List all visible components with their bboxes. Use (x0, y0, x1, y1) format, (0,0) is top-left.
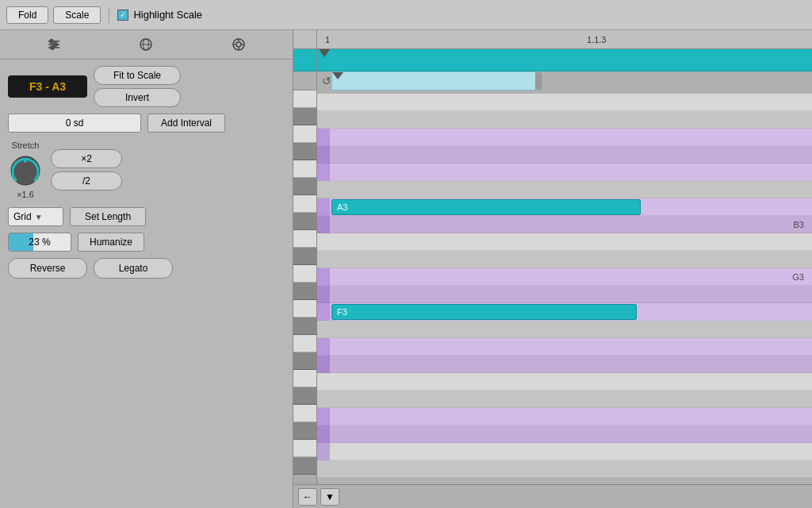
svg-point-5 (51, 46, 55, 50)
note-A3[interactable]: A3 (331, 199, 641, 215)
fit-to-scale-button[interactable]: Fit to Scale (94, 66, 181, 85)
grid-area[interactable]: 1 1.1.3 ↺ (317, 30, 812, 484)
highlight-scale-label: Highlight Scale (133, 9, 202, 21)
purple-strip-row10 (317, 268, 330, 286)
chevron-down-icon: ▼ (35, 213, 43, 221)
roll-row-16 (317, 373, 812, 391)
stretch-value: ×1.6 (17, 190, 34, 199)
piano-key-white (293, 335, 316, 352)
purple-strip-row2 (317, 129, 330, 146)
piano-key-white (293, 160, 316, 178)
sliders-icon (47, 37, 61, 52)
piano-key-rows (293, 90, 316, 484)
roll-row-20 (317, 443, 812, 460)
grid-select[interactable]: Grid ▼ (8, 207, 63, 226)
roll-row-13 (317, 321, 812, 338)
purple-strip-row18 (317, 408, 330, 425)
bottom-bar: ← ▼ (293, 484, 812, 508)
note-A3-label: A3 (337, 202, 347, 212)
pct-bar: 23 % (8, 233, 71, 252)
humanize-button[interactable]: Humanize (78, 233, 144, 252)
globe-icon-button[interactable] (134, 35, 158, 54)
timeline-mark-1: 1 (325, 35, 330, 44)
roll-row-21 (317, 460, 812, 478)
playhead-top-icon (319, 49, 330, 57)
fold-button[interactable]: Fold (6, 6, 48, 24)
piano-key-black (293, 283, 316, 300)
highlight-scale-checkbox[interactable]: ✓ (117, 10, 128, 21)
main-content: F3 - A3 Fit to Scale Invert Add Interval… (0, 30, 812, 508)
purple-strip-row11 (317, 286, 330, 303)
grid-label: Grid (13, 211, 32, 222)
roll-row-7: B3 (317, 216, 812, 233)
purple-strip-row20 (317, 443, 330, 460)
roll-row-17 (317, 391, 812, 408)
left-panel: F3 - A3 Fit to Scale Invert Add Interval… (0, 30, 293, 508)
reverse-button[interactable]: Reverse (8, 258, 87, 279)
grid-row: Grid ▼ Set Length (0, 204, 293, 229)
stretch-knob[interactable] (8, 153, 43, 188)
piano-key-black (293, 457, 316, 475)
sliders-icon-button[interactable] (42, 35, 66, 54)
set-length-button[interactable]: Set Length (70, 207, 146, 226)
roll-row-5 (317, 181, 812, 198)
playhead-loop-icon (332, 72, 343, 79)
stretch-knob-area: Stretch ×1.6 (8, 140, 43, 199)
roll-row-18 (317, 408, 812, 425)
target-icon-button[interactable] (227, 35, 251, 54)
chevron-down-icon: ▼ (325, 491, 335, 502)
roll-row-3 (317, 146, 812, 164)
piano-key-black (293, 387, 316, 405)
clip-top (317, 49, 812, 71)
piano-key-black (293, 318, 316, 335)
piano-key-white (293, 300, 316, 318)
purple-strip-row14 (317, 338, 330, 356)
highlight-scale-control: ✓ Highlight Scale (117, 9, 202, 21)
roll-content: 1 1.1.3 ↺ (293, 30, 812, 484)
range-label: F3 - A3 (8, 75, 87, 98)
timeline: 1 1.1.3 (317, 30, 812, 49)
pitch-label-G3: G3 (792, 272, 804, 282)
sd-input[interactable] (8, 114, 141, 133)
top-bar: Fold Scale ✓ Highlight Scale (0, 0, 812, 30)
svg-point-4 (54, 43, 58, 47)
pct-row: 23 % Humanize (0, 229, 293, 255)
fit-invert-buttons: Fit to Scale Invert (94, 66, 181, 107)
loop-icon: ↺ (322, 75, 331, 87)
legato-button[interactable]: Legato (94, 258, 173, 279)
note-F3[interactable]: F3 (331, 304, 637, 320)
piano-key-white (293, 230, 316, 248)
roll-row-11 (317, 286, 812, 303)
piano-keys (293, 30, 317, 484)
globe-icon (139, 37, 153, 52)
invert-button[interactable]: Invert (94, 88, 181, 107)
multiply-buttons: ×2 /2 (51, 149, 122, 190)
chevron-down-button[interactable]: ▼ (320, 488, 339, 506)
pct-text: 23 % (29, 237, 50, 248)
scale-button[interactable]: Scale (53, 6, 101, 24)
roll-row-0 (317, 94, 812, 111)
range-row: F3 - A3 Fit to Scale Invert (0, 60, 293, 110)
loop-end-handle[interactable] (535, 72, 542, 90)
purple-strip-row19 (317, 425, 330, 443)
roll-row-19 (317, 425, 812, 443)
arrow-left-icon: ← (303, 491, 312, 502)
roll-row-1 (317, 111, 812, 129)
roll-row-9 (317, 251, 812, 268)
roll-row-15 (317, 356, 812, 373)
icon-bar (0, 30, 293, 60)
timeline-mark-2: 1.1.3 (587, 35, 606, 44)
check-icon: ✓ (120, 10, 126, 19)
arrow-left-button[interactable]: ← (298, 488, 317, 506)
action-row: Reverse Legato (0, 255, 293, 282)
roll-row-2 (317, 129, 812, 146)
svg-point-10 (236, 42, 241, 47)
separator (109, 7, 109, 23)
times2-button[interactable]: ×2 (51, 149, 122, 168)
div2-button[interactable]: /2 (51, 171, 122, 190)
add-interval-button[interactable]: Add Interval (147, 114, 225, 133)
piano-key-black (293, 352, 316, 370)
sd-row: Add Interval (0, 110, 293, 136)
purple-strip-row12 (317, 303, 330, 321)
piano-key-white (293, 195, 316, 213)
